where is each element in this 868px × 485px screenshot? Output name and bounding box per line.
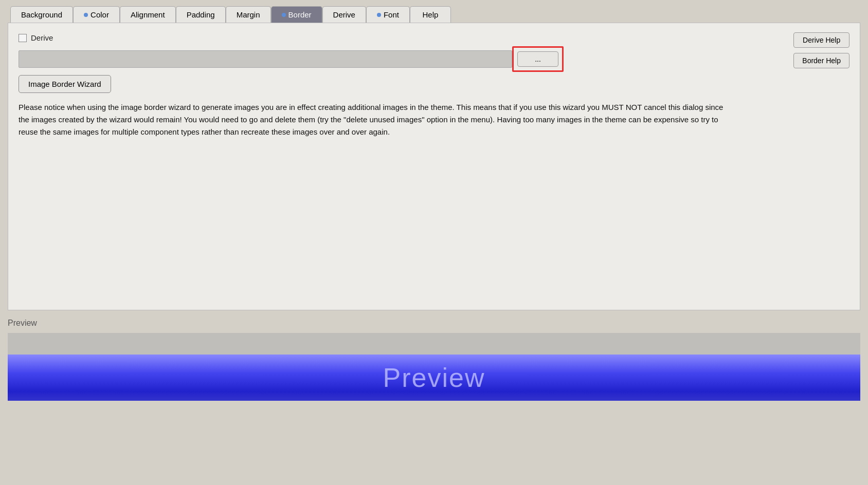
tab-margin-label: Margin [237,10,260,19]
derive-help-button[interactable]: Derive Help [793,32,849,48]
tab-border[interactable]: Border [271,6,322,23]
preview-label: Preview [8,319,860,328]
main-panel: Derive Help Border Help Derive ... Image… [8,23,860,310]
preview-section: Preview Preview [0,310,868,401]
input-bar-container: ... [19,50,849,68]
color-tab-dot [84,13,88,17]
tab-color[interactable]: Color [73,6,120,23]
tab-derive-label: Derive [333,10,355,19]
tab-alignment[interactable]: Alignment [120,6,176,23]
derive-checkbox[interactable] [19,34,27,42]
tab-alignment-label: Alignment [131,10,165,19]
image-border-wizard-button[interactable]: Image Border Wizard [19,75,111,93]
font-tab-dot [377,13,381,17]
derive-label: Derive [31,33,53,42]
tab-font-label: Font [384,10,399,19]
tab-font[interactable]: Font [366,6,410,23]
border-help-button[interactable]: Border Help [793,53,849,68]
right-buttons: Derive Help Border Help [793,32,849,68]
tab-bar: Background Color Alignment Padding Margi… [0,0,868,23]
preview-gray-bar [8,333,860,355]
ellipsis-button[interactable]: ... [517,51,558,67]
tab-help-label: Help [423,10,439,19]
tab-color-label: Color [91,10,109,19]
derive-row: Derive [19,33,849,42]
tab-background[interactable]: Background [10,6,73,23]
tab-background-label: Background [21,10,62,19]
tab-derive[interactable]: Derive [322,6,366,23]
tab-help[interactable]: Help [410,6,451,23]
preview-blue-bar: Preview [8,355,860,401]
tab-padding-label: Padding [187,10,215,19]
border-input-bar[interactable] [19,50,512,68]
preview-blue-text: Preview [383,362,485,393]
tab-padding[interactable]: Padding [176,6,226,23]
ellipsis-wrapper: ... [517,51,558,67]
tab-margin[interactable]: Margin [226,6,271,23]
border-tab-dot [282,13,286,17]
notice-text: Please notice when using the image borde… [19,101,728,138]
tab-border-label: Border [288,10,312,19]
